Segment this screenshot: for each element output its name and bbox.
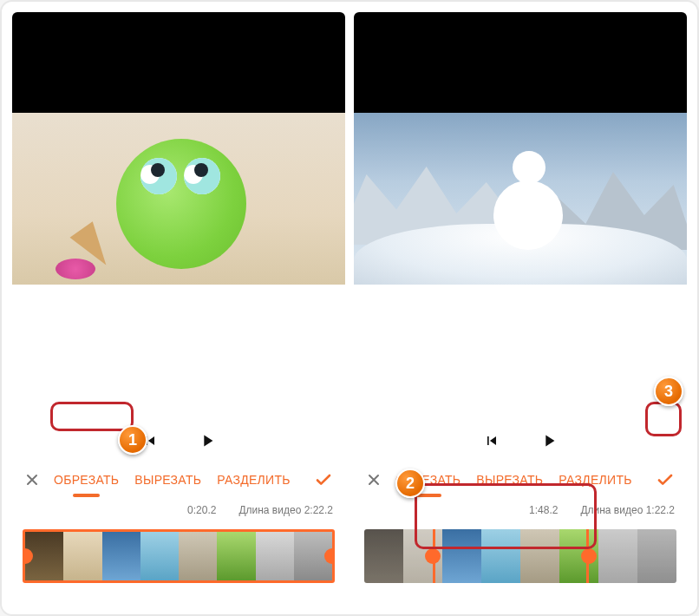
preview-spacer bbox=[354, 285, 687, 422]
playback-controls bbox=[12, 422, 345, 460]
playback-controls bbox=[354, 422, 687, 460]
green-bird-graphic bbox=[116, 139, 246, 269]
confirm-button[interactable] bbox=[310, 467, 336, 493]
timeline-thumb bbox=[520, 529, 559, 583]
cancel-button[interactable] bbox=[21, 469, 43, 491]
editor-panel-left: ОБРЕЗАТЬ ВЫРЕЗАТЬ РАЗДЕЛИТЬ 0:20.2 Длина… bbox=[12, 12, 345, 604]
trim-handle-right[interactable] bbox=[581, 548, 597, 564]
yarn-graphic bbox=[56, 259, 95, 279]
timeline-thumb bbox=[217, 532, 255, 580]
timeline-thumb bbox=[179, 532, 217, 580]
timeline-thumb bbox=[140, 532, 179, 580]
confirm-button[interactable] bbox=[652, 467, 678, 493]
snowman-graphic bbox=[493, 180, 563, 250]
tab-cut[interactable]: ВЫРЕЗАТЬ bbox=[129, 469, 206, 490]
check-icon bbox=[655, 469, 676, 490]
video-preview[interactable] bbox=[12, 113, 345, 285]
play-button[interactable] bbox=[196, 429, 219, 452]
timeline-thumb bbox=[442, 529, 481, 583]
play-button[interactable] bbox=[538, 429, 560, 452]
tab-trim[interactable]: ОБРЕЗАТЬ bbox=[390, 469, 466, 490]
play-icon bbox=[539, 431, 559, 450]
playhead-time: 1:48.2 bbox=[529, 504, 558, 516]
comparison-container: ОБРЕЗАТЬ ВЫРЕЗАТЬ РАЗДЕЛИТЬ 0:20.2 Длина… bbox=[0, 0, 699, 616]
time-info-row: 1:48.2 Длина видео 1:22.2 bbox=[354, 500, 687, 521]
timeline-thumb bbox=[481, 529, 520, 583]
timeline-thumb bbox=[598, 529, 637, 583]
timeline-area bbox=[354, 521, 687, 604]
skip-previous-button[interactable] bbox=[480, 429, 503, 452]
edit-tabs-row: ОБРЕЗАТЬ ВЫРЕЗАТЬ РАЗДЕЛИТЬ bbox=[12, 460, 345, 500]
duration-label: Длина видео 1:22.2 bbox=[580, 504, 675, 516]
skip-previous-icon bbox=[141, 432, 159, 449]
tab-trim[interactable]: ОБРЕЗАТЬ bbox=[49, 469, 124, 490]
check-icon bbox=[313, 469, 334, 490]
video-preview[interactable] bbox=[354, 113, 687, 285]
timeline-thumb bbox=[256, 532, 294, 580]
edit-tabs-row: ОБРЕЗАТЬ ВЫРЕЗАТЬ РАЗДЕЛИТЬ bbox=[354, 460, 687, 500]
preview-spacer bbox=[12, 285, 345, 422]
letterbox-top bbox=[354, 12, 687, 113]
trim-handle-left[interactable] bbox=[425, 548, 441, 564]
close-icon bbox=[365, 471, 382, 488]
timeline-track[interactable] bbox=[364, 529, 676, 583]
timeline-thumb bbox=[63, 532, 101, 580]
timeline-thumb bbox=[637, 529, 676, 583]
play-icon bbox=[198, 431, 217, 450]
timeline-area bbox=[12, 521, 345, 604]
timeline-track[interactable] bbox=[23, 529, 335, 583]
duration-label: Длина видео 2:22.2 bbox=[238, 504, 333, 516]
close-icon bbox=[23, 471, 41, 488]
trim-handle-right[interactable] bbox=[324, 548, 335, 564]
tab-split[interactable]: РАЗДЕЛИТЬ bbox=[553, 469, 637, 490]
time-info-row: 0:20.2 Длина видео 2:22.2 bbox=[12, 500, 345, 521]
letterbox-top bbox=[12, 12, 345, 113]
skip-previous-button[interactable] bbox=[139, 429, 161, 452]
cancel-button[interactable] bbox=[363, 469, 385, 491]
timeline-thumb bbox=[102, 532, 140, 580]
tab-split[interactable]: РАЗДЕЛИТЬ bbox=[212, 469, 296, 490]
tab-cut[interactable]: ВЫРЕЗАТЬ bbox=[471, 469, 548, 490]
skip-previous-icon bbox=[483, 432, 500, 449]
editor-panel-right: ОБРЕЗАТЬ ВЫРЕЗАТЬ РАЗДЕЛИТЬ 1:48.2 Длина… bbox=[354, 12, 687, 604]
timeline-thumb bbox=[364, 529, 403, 583]
playhead-time: 0:20.2 bbox=[187, 504, 216, 516]
